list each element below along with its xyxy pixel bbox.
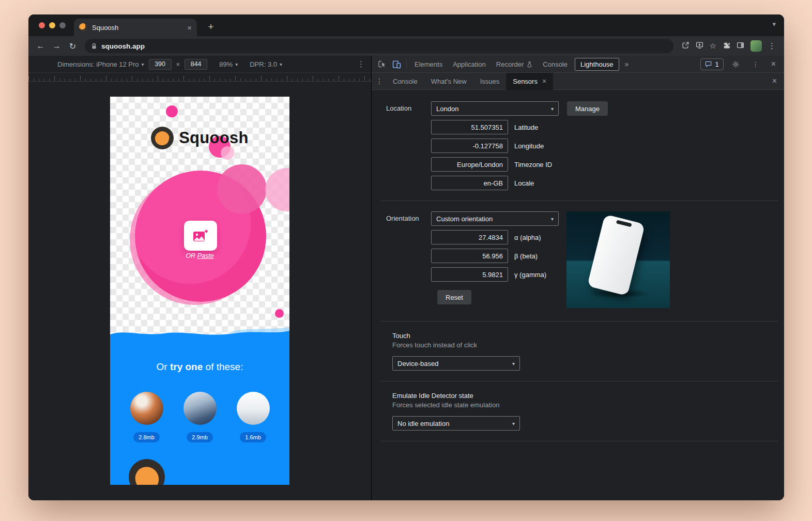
toggle-device-toolbar-icon[interactable] [389,57,404,71]
gamma-label: γ (gamma) [514,271,546,279]
close-window-button[interactable] [39,22,45,28]
tab-elements[interactable]: Elements [409,56,448,73]
dpr-select[interactable]: DPR: 3.0 ▾ [250,60,282,68]
close-drawer-icon[interactable]: × [766,76,783,86]
address-bar[interactable]: squoosh.app [85,39,673,53]
phone-notch-decoration [616,220,632,227]
latitude-label: Latitude [514,124,538,131]
dimensions-label: Dimensions: iPhone 12 Pro [57,60,139,68]
paste-link[interactable]: Paste [197,252,214,259]
device-toolbar-kebab-icon[interactable]: ⋮ [357,59,365,69]
more-tabs-icon[interactable]: » [621,60,633,68]
sample-image-phone[interactable]: 1.6mb [237,392,270,442]
idle-select-value: No idle emulation [397,420,449,427]
alpha-input[interactable] [431,230,508,244]
tab-lighthouse[interactable]: Lighthouse [575,58,619,71]
back-icon[interactable]: ← [34,39,48,53]
idle-select[interactable]: No idle emulation ▾ [392,416,520,431]
viewport-width-input[interactable] [149,59,172,70]
browser-menu-kebab-icon[interactable]: ⋮ [768,41,776,51]
section-divider [380,321,778,321]
zoom-window-button[interactable] [59,22,66,28]
or-label: OR [186,252,197,259]
browser-window: Squoosh × + ▾ ← → ↻ squoosh.app ☆ [28,14,784,500]
drawer-menu-kebab-icon[interactable]: ⋮ [373,77,386,85]
latitude-input[interactable] [431,120,508,134]
timezone-label: Timezone ID [514,161,552,168]
gamma-input[interactable] [431,267,508,282]
wave-decoration [110,326,289,341]
reload-icon[interactable]: ↻ [66,39,80,53]
extensions-puzzle-icon[interactable] [723,41,730,51]
reset-button[interactable]: Reset [437,290,471,304]
sample-thumbnail[interactable] [130,392,163,425]
squoosh-logo-icon [151,127,174,149]
devtools-menu-kebab-icon[interactable]: ⋮ [748,57,763,71]
install-app-icon[interactable] [696,41,703,51]
chevron-down-icon: ▾ [235,62,238,67]
location-select[interactable]: London ▾ [431,101,559,116]
window-content: Dimensions: iPhone 12 Pro ▾ × 89% ▾ DPR:… [28,56,784,500]
minimize-window-button[interactable] [49,22,55,28]
drawer-tab-whats-new[interactable]: What's New [424,73,473,90]
try-post: of these: [203,361,243,372]
location-label: Location [386,101,431,190]
zoom-label: 89% [219,60,233,68]
bookmark-star-icon[interactable]: ☆ [710,41,716,51]
squoosh-favicon-icon [79,23,87,32]
settings-gear-icon[interactable] [729,57,743,71]
try-pre: Or [157,361,170,372]
drawer-toolbar: ⋮ Console What's New Issues Sensors × × [372,73,784,90]
drawer-tab-console[interactable]: Console [386,73,424,90]
tab-application[interactable]: Application [448,56,491,73]
orientation-phone-preview[interactable] [566,211,670,308]
sample-thumbnail[interactable] [237,392,270,425]
forward-icon[interactable]: → [50,39,64,53]
issues-counter[interactable]: 1 [700,58,723,70]
tab-close-icon[interactable]: × [187,24,192,32]
locale-input[interactable] [431,176,508,190]
manage-button[interactable]: Manage [567,101,608,116]
tab-search-chevron-icon[interactable]: ▾ [772,20,776,28]
viewport-height-input[interactable] [185,59,207,70]
inspect-element-icon[interactable] [375,57,389,71]
dimensions-times-label: × [176,60,180,68]
timezone-input[interactable] [431,157,508,172]
orientation-select[interactable]: Custom orientation ▾ [431,211,559,226]
tab-recorder[interactable]: Recorder [491,56,538,73]
pink-dot-decoration [166,105,178,117]
touch-select[interactable]: Device-based ▾ [392,356,520,371]
close-devtools-icon[interactable]: × [768,59,779,69]
sample-image-panda[interactable]: 2.8mb [130,392,163,442]
sample-size-badge: 1.6mb [240,432,266,442]
drawer-tab-issues[interactable]: Issues [473,73,507,90]
longitude-label: Longitude [514,142,544,150]
tab-console[interactable]: Console [538,56,573,73]
or-paste-text: OR Paste [110,252,289,259]
squoosh-logo-text: Squoosh [179,129,249,147]
touch-select-value: Device-based [397,360,439,367]
add-image-icon [193,229,208,242]
sample-image-person[interactable]: 2.9mb [183,392,217,442]
side-panel-icon[interactable] [737,41,744,51]
new-tab-button[interactable]: + [204,20,218,34]
drawer-tab-sensors[interactable]: Sensors × [506,73,553,90]
location-section: Location London ▾ Manage Latitude [386,101,778,190]
select-image-button[interactable] [184,221,217,251]
chevron-down-icon: ▾ [142,62,144,67]
close-sensors-tab-icon[interactable]: × [542,77,546,85]
chevron-down-icon: ▾ [280,62,282,67]
dimensions-select[interactable]: Dimensions: iPhone 12 Pro ▾ [57,60,144,68]
orientation-section: Orientation Custom orientation ▾ α (alph… [386,211,778,311]
emulated-screen: Squoosh OR Paste [110,97,289,485]
logo-blob-light-decoration [221,146,234,160]
zoom-select[interactable]: 89% ▾ [219,60,238,68]
sample-thumbnail[interactable] [183,392,217,425]
profile-avatar[interactable] [750,40,762,52]
idle-section: Emulate Idle Detector state Forces selec… [392,392,778,431]
browser-tab[interactable]: Squoosh × [74,19,197,36]
open-in-new-icon[interactable] [682,41,690,51]
beta-input[interactable] [431,249,508,263]
tab-title: Squoosh [92,24,182,32]
longitude-input[interactable] [431,139,508,153]
